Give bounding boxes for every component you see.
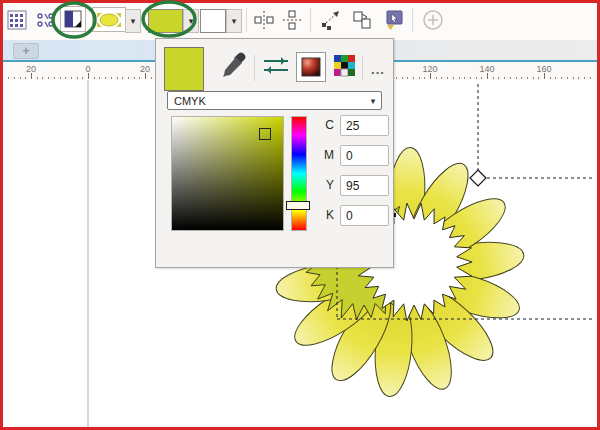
gradient-square-icon [301, 57, 321, 77]
cmyk-row-y: Y [316, 175, 386, 196]
field-label-c: C [325, 118, 334, 132]
y-value-field[interactable] [340, 175, 389, 196]
k-value-field[interactable] [340, 205, 389, 226]
color-palettes-button[interactable] [333, 54, 357, 78]
field-label-m: M [324, 148, 334, 162]
sv-selector-handle[interactable] [259, 128, 271, 140]
palette-grid-icon [334, 55, 355, 76]
cmyk-row-m: M [316, 145, 386, 166]
ellipsis-icon: ... [371, 62, 385, 77]
hue-slider[interactable] [291, 116, 307, 231]
field-label-k: K [326, 208, 334, 222]
selection-diamond-handle[interactable] [470, 170, 486, 186]
eyedropper-icon [223, 53, 246, 78]
show-sliders-button[interactable] [262, 53, 290, 79]
fill-color-dialog: ... CMYK ▾ C M Y K [155, 38, 394, 268]
panel-separator [362, 55, 363, 81]
m-value-field[interactable] [340, 145, 389, 166]
color-model-value: CMYK [168, 95, 365, 107]
more-options-button[interactable]: ... [366, 53, 390, 77]
cmyk-row-k: K [316, 205, 386, 226]
app-window: ▾ ▾ ▾ [0, 0, 600, 430]
color-sliders-icon [264, 57, 288, 74]
cmyk-row-c: C [316, 115, 386, 136]
c-value-field[interactable] [340, 115, 389, 136]
eyedropper-button[interactable] [220, 51, 248, 81]
hue-slider-handle[interactable] [286, 201, 310, 210]
current-color-swatch [164, 47, 204, 91]
panel-separator [254, 55, 255, 81]
field-label-y: Y [326, 178, 334, 192]
color-model-select[interactable]: CMYK ▾ [167, 91, 382, 110]
saturation-value-picker[interactable] [171, 116, 284, 231]
chevron-down-icon: ▾ [365, 96, 381, 106]
color-viewers-button[interactable] [296, 52, 326, 82]
